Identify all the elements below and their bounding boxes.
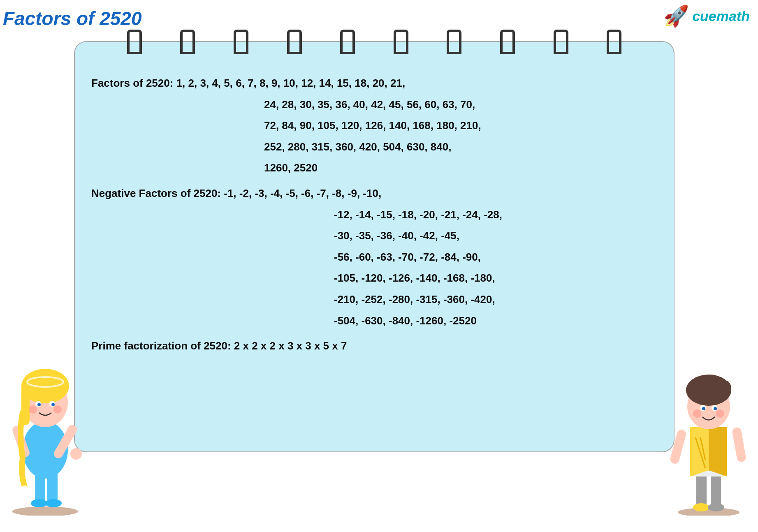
factors-line-3: 72, 84, 90, 105, 120, 126, 140, 168, 180…: [91, 117, 657, 134]
neg-line-3: -30, -35, -36, -40, -42, -45,: [91, 227, 657, 245]
svg-point-8: [70, 448, 82, 460]
svg-point-40: [714, 407, 717, 410]
ring-2: [180, 30, 195, 54]
svg-point-42: [716, 409, 724, 418]
ring-3: [234, 30, 248, 54]
neg-val-4: -56, -60, -63, -70, -72, -84, -90,: [334, 251, 481, 263]
notebook: Factors of 2520: 1, 2, 3, 4, 5, 6, 7, 8,…: [74, 41, 675, 452]
ring-10: [607, 30, 621, 54]
logo-area: 🚀 cuemath: [663, 4, 750, 28]
neg-val-6: -210, -252, -280, -315, -360, -420,: [334, 293, 495, 305]
factors-val-5: 1260, 2520: [264, 162, 318, 174]
factors-section: Factors of 2520: 1, 2, 3, 4, 5, 6, 7, 8,…: [91, 75, 657, 177]
ring-4: [287, 30, 302, 54]
svg-point-39: [702, 407, 705, 410]
prime-label: Prime factorization of 2520:: [91, 340, 231, 352]
ring-6: [394, 30, 408, 54]
neg-val-1: -1, -2, -3, -4, -5, -6, -7, -8, -9, -10,: [224, 187, 381, 199]
factors-val-1: 1, 2, 3, 4, 5, 6, 7, 8, 9, 10, 12, 14, 1…: [176, 77, 406, 89]
svg-rect-32: [669, 429, 687, 465]
prime-line: Prime factorization of 2520: 2 x 2 x 2 x…: [91, 338, 657, 355]
factors-line-1: Factors of 2520: 1, 2, 3, 4, 5, 6, 7, 8,…: [91, 75, 657, 92]
svg-point-25: [708, 503, 724, 511]
negative-label: Negative Factors of 2520:: [91, 187, 221, 199]
ring-9: [554, 30, 568, 54]
neg-line-1: Negative Factors of 2520: -1, -2, -3, -4…: [91, 185, 657, 202]
prime-value: 2 x 2 x 2 x 3 x 3 x 5 x 7: [234, 340, 347, 352]
ring-1: [127, 30, 142, 54]
factors-line-4: 252, 280, 315, 360, 420, 504, 630, 840,: [91, 139, 657, 156]
neg-line-2: -12, -14, -15, -18, -20, -21, -24, -28,: [91, 206, 657, 224]
boy-character: [668, 351, 750, 516]
neg-val-3: -30, -35, -36, -40, -42, -45,: [334, 229, 459, 242]
spiral-rings: [75, 30, 674, 54]
factors-val-2: 24, 28, 30, 35, 36, 40, 42, 45, 56, 60, …: [264, 98, 475, 111]
neg-line-5: -105, -120, -126, -140, -168, -180,: [91, 270, 657, 287]
factors-label: Factors of 2520:: [91, 77, 173, 89]
factors-line-2: 24, 28, 30, 35, 36, 40, 42, 45, 56, 60, …: [91, 96, 657, 113]
girl-character: [0, 343, 90, 516]
factors-val-3: 72, 84, 90, 105, 120, 126, 140, 168, 180…: [264, 119, 481, 132]
neg-val-5: -105, -120, -126, -140, -168, -180,: [334, 272, 495, 284]
svg-point-18: [53, 405, 62, 414]
neg-line-7: -504, -630, -840, -1260, -2520: [91, 312, 657, 330]
svg-point-24: [693, 503, 709, 511]
logo-text: cuemath: [692, 8, 750, 24]
svg-point-16: [51, 403, 55, 406]
svg-point-17: [29, 405, 37, 414]
ring-7: [447, 30, 461, 54]
neg-line-4: -56, -60, -63, -70, -72, -84, -90,: [91, 249, 657, 266]
ring-5: [340, 30, 355, 54]
svg-point-41: [693, 409, 701, 418]
neg-val-2: -12, -14, -15, -18, -20, -21, -24, -28,: [334, 208, 502, 221]
svg-marker-28: [690, 427, 709, 476]
girl-svg: [0, 343, 90, 516]
notebook-content: Factors of 2520: 1, 2, 3, 4, 5, 6, 7, 8,…: [91, 75, 657, 355]
svg-point-19: [21, 486, 28, 492]
neg-line-6: -210, -252, -280, -315, -360, -420,: [91, 291, 657, 308]
svg-point-0: [12, 507, 78, 516]
svg-rect-33: [732, 427, 746, 463]
rocket-icon: 🚀: [663, 4, 689, 28]
page-title: Factors of 2520: [3, 7, 141, 30]
svg-point-3: [31, 499, 47, 507]
prime-section: Prime factorization of 2520: 2 x 2 x 2 x…: [91, 338, 657, 355]
negative-factors-section: Negative Factors of 2520: -1, -2, -3, -4…: [91, 185, 657, 329]
neg-val-7: -504, -630, -840, -1260, -2520: [334, 315, 477, 327]
boy-svg: [668, 351, 750, 516]
ring-8: [500, 30, 515, 54]
svg-point-4: [45, 499, 62, 507]
factors-line-5: 1260, 2520: [91, 160, 657, 177]
factors-val-4: 252, 280, 315, 360, 420, 504, 630, 840,: [264, 141, 451, 153]
svg-marker-29: [709, 427, 727, 476]
svg-point-15: [37, 403, 41, 406]
svg-rect-22: [696, 472, 707, 507]
svg-rect-23: [711, 472, 721, 507]
